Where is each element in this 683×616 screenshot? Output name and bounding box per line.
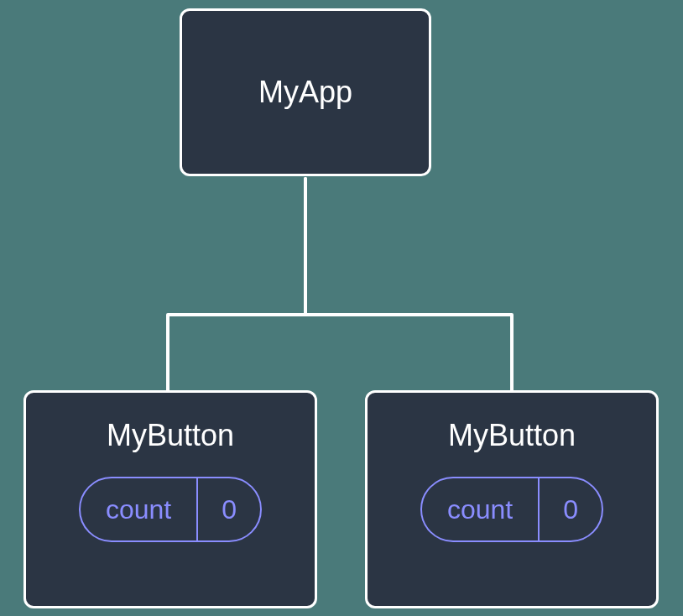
state-pill-left: count 0 bbox=[79, 477, 262, 542]
state-pill-left-label: count bbox=[81, 478, 198, 540]
child-node-right-label: MyButton bbox=[448, 418, 576, 453]
state-pill-right-label: count bbox=[422, 478, 540, 540]
state-pill-right: count 0 bbox=[420, 477, 603, 542]
state-pill-right-value: 0 bbox=[540, 478, 602, 540]
child-node-left: MyButton count 0 bbox=[23, 390, 317, 608]
state-pill-left-value: 0 bbox=[198, 478, 260, 540]
root-node: MyApp bbox=[180, 8, 431, 176]
child-node-left-label: MyButton bbox=[107, 418, 234, 453]
child-node-right: MyButton count 0 bbox=[365, 390, 659, 608]
root-node-label: MyApp bbox=[258, 75, 352, 110]
